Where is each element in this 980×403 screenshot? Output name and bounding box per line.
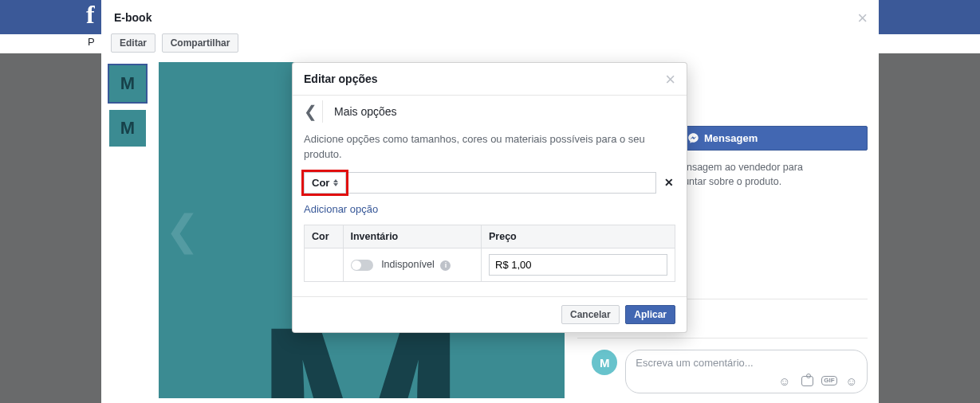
thumbnail-2[interactable]: M [109, 110, 146, 147]
modal-header: Editar opções × [293, 63, 687, 96]
sticker-icon[interactable]: ☺ [844, 374, 859, 388]
panel-header: E-book × [101, 0, 879, 30]
avatar: M [592, 350, 617, 375]
share-button[interactable]: Compartilhar [162, 33, 239, 53]
comment-input[interactable]: Escreva um comentário... ☺ GIF ☺ [625, 350, 868, 393]
add-option-link[interactable]: Adicionar opção [293, 197, 389, 225]
back-chevron-icon[interactable]: ❮ [302, 100, 323, 123]
comment-placeholder: Escreva um comentário... [636, 357, 753, 369]
comment-row: M Escreva um comentário... ☺ GIF ☺ [577, 350, 868, 393]
page-letter: P [88, 36, 95, 48]
price-input[interactable] [489, 254, 667, 276]
option-type-select[interactable]: Cor [304, 172, 346, 194]
cell-inventario: Indisponível i [343, 248, 482, 281]
panel-toolbar: Editar Compartilhar [101, 30, 879, 62]
gif-icon[interactable]: GIF [822, 374, 836, 388]
options-table: Cor Inventário Preço Indisponível i [304, 225, 675, 282]
cell-cor [305, 248, 344, 281]
cancel-button[interactable]: Cancelar [561, 305, 620, 324]
fb-logo: f [86, 0, 95, 29]
col-inventario: Inventário [343, 225, 482, 248]
col-preco: Preço [482, 225, 675, 248]
edit-button[interactable]: Editar [111, 33, 155, 53]
info-icon[interactable]: i [440, 260, 451, 271]
apply-button[interactable]: Aplicar [625, 305, 675, 324]
cell-preco [482, 248, 675, 281]
table-row: Indisponível i [305, 248, 675, 281]
messenger-icon [687, 132, 699, 144]
modal-footer: Cancelar Aplicar [293, 296, 687, 332]
thumbnail-list: M M [109, 62, 151, 398]
panel-title: E-book [114, 11, 866, 24]
prev-arrow-icon[interactable]: ❮ [165, 206, 192, 254]
comment-icons: ☺ GIF ☺ [777, 374, 859, 388]
modal-title: Editar opções [304, 72, 378, 85]
modal-description: Adicione opções como tamanhos, cores ou … [293, 131, 687, 172]
thumbnail-1[interactable]: M [109, 65, 146, 102]
option-value-input[interactable] [346, 172, 656, 194]
close-icon[interactable]: × [857, 10, 868, 27]
sort-carets-icon [333, 179, 338, 186]
option-row: Cor ✕ [293, 172, 687, 197]
emoji-icon[interactable]: ☺ [777, 374, 792, 388]
camera-icon[interactable] [800, 374, 814, 388]
divider [577, 338, 868, 338]
option-type-label: Cor [312, 177, 329, 189]
breadcrumb-text: Mais opções [334, 105, 397, 118]
availability-toggle[interactable] [351, 260, 373, 271]
edit-options-modal: Editar opções × ❮ Mais opções Adicione o… [292, 62, 687, 333]
modal-close-icon[interactable]: × [665, 71, 675, 88]
col-cor: Cor [305, 225, 344, 248]
table-header-row: Cor Inventário Preço [305, 225, 675, 248]
availability-label: Indisponível [381, 259, 435, 270]
modal-breadcrumb: ❮ Mais opções [293, 96, 687, 131]
remove-option-button[interactable]: ✕ [656, 172, 675, 194]
message-button-label: Mensagem [704, 132, 758, 144]
